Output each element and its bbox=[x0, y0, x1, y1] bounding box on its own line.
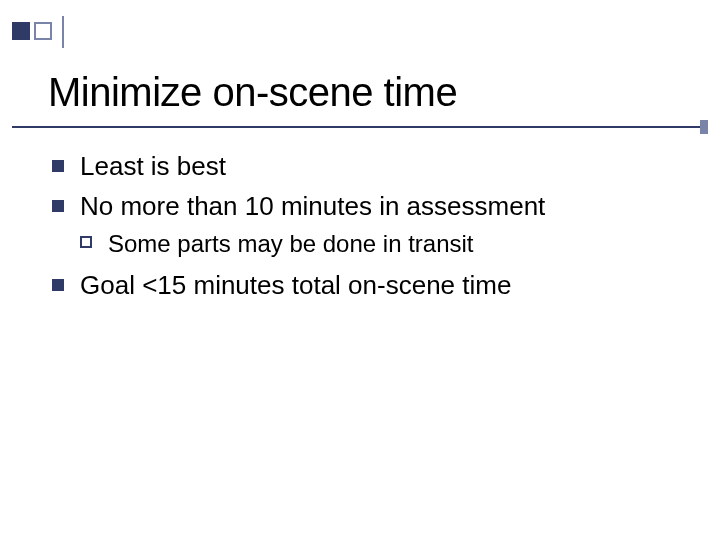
slide-title: Minimize on-scene time bbox=[48, 70, 457, 115]
slide-body: Least is best No more than 10 minutes in… bbox=[52, 150, 696, 309]
bullet-text: Goal <15 minutes total on-scene time bbox=[80, 270, 511, 300]
title-underline bbox=[12, 126, 708, 128]
bullet-text: No more than 10 minutes in assessment bbox=[80, 191, 545, 221]
list-item: Least is best bbox=[52, 150, 696, 184]
square-outline-icon bbox=[34, 22, 52, 40]
list-item: Goal <15 minutes total on-scene time bbox=[52, 269, 696, 303]
bullet-text: Some parts may be done in transit bbox=[108, 230, 474, 257]
pipe-icon bbox=[62, 16, 64, 48]
rule-end-notch bbox=[700, 120, 708, 134]
corner-decoration bbox=[12, 22, 64, 48]
bullet-text: Least is best bbox=[80, 151, 226, 181]
square-icon bbox=[12, 22, 30, 40]
list-item: Some parts may be done in transit bbox=[80, 228, 696, 259]
list-item: No more than 10 minutes in assessment So… bbox=[52, 190, 696, 259]
